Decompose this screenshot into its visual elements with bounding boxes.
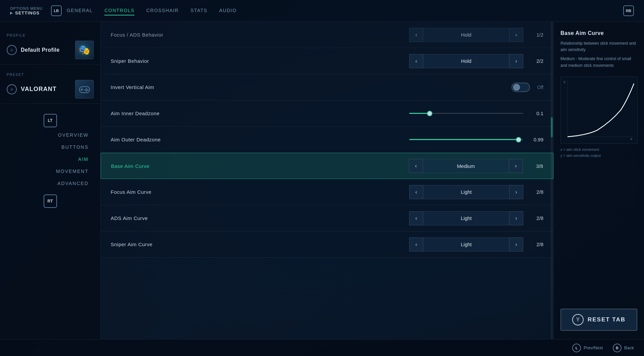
next-btn-base-aim-curve[interactable]: › [509, 159, 523, 173]
prev-btn-base-aim-curve[interactable]: ‹ [409, 159, 423, 173]
profile-section: PROFILE ◎ Default Profile 🎭 [0, 29, 100, 64]
sidebar-item-overview[interactable]: OVERVIEW [7, 129, 94, 141]
tab-audio[interactable]: AUDIO [219, 6, 236, 15]
axis-desc: x = aim stick movement y = aim sensitivi… [560, 146, 637, 159]
setting-value-aim-inner: 0.1 [523, 110, 543, 116]
profile-section-label: PROFILE [7, 34, 94, 37]
toggle-value-invert: Off [537, 85, 543, 90]
prev-btn-sniper-behavior[interactable]: ‹ [409, 54, 423, 68]
setting-row-focus-ads: Focus / ADS Behavior ‹ Hold › 1/2 [101, 22, 553, 48]
sidebar-item-advanced[interactable]: ADVANCED [7, 177, 94, 189]
setting-fraction-sniper-aim-curve: 2/8 [523, 241, 543, 247]
prev-btn-focus-aim-curve[interactable]: ‹ [409, 185, 423, 199]
setting-fraction-base-aim-curve: 3/8 [523, 163, 543, 169]
control-value-focus-ads: Hold [423, 28, 509, 42]
slider-thumb-aim-outer[interactable] [516, 137, 521, 142]
next-btn-focus-ads[interactable]: › [509, 28, 523, 42]
next-btn-ads-aim-curve[interactable]: › [509, 211, 523, 225]
setting-control-ads-aim-curve: ‹ Light › [409, 211, 523, 225]
tab-controls[interactable]: CONTROLS [104, 6, 135, 15]
control-value-sniper-behavior: Hold [423, 54, 509, 68]
tab-stats[interactable]: STATS [191, 6, 208, 15]
back-label: Back [624, 345, 634, 350]
slider-aim-inner[interactable] [409, 113, 523, 114]
sidebar-item-movement[interactable]: MOVEMENT [7, 165, 94, 177]
tab-crosshair[interactable]: CROSSHAIR [146, 6, 179, 15]
setting-label-aim-inner: Aim Inner Deadzone [111, 110, 409, 116]
slider-thumb-aim-inner[interactable] [427, 111, 432, 116]
svg-point-2 [87, 89, 89, 91]
settings-area: Focus / ADS Behavior ‹ Hold › 1/2 Sniper… [101, 22, 553, 339]
lt-button[interactable]: LT [44, 114, 57, 127]
setting-label-base-aim-curve: Base Aim Curve [111, 163, 409, 169]
setting-row-sniper-aim-curve: Sniper Aim Curve ‹ Light › 2/8 [101, 231, 553, 258]
prev-btn-focus-ads[interactable]: ‹ [409, 28, 423, 42]
slider-track-aim-outer [409, 139, 523, 140]
control-value-focus-aim-curve: Light [423, 185, 509, 199]
sidebar: PROFILE ◎ Default Profile 🎭 PRESET ◎ VAL… [0, 22, 101, 339]
lb-button[interactable]: LB [51, 5, 62, 16]
l-circle-btn: L [572, 344, 581, 352]
top-nav: OPTIONS MENU ▶ SETTINGS LB GENERAL CONTR… [0, 0, 644, 22]
setting-fraction-ads-aim-curve: 2/8 [523, 215, 543, 221]
control-value-ads-aim-curve: Light [423, 211, 509, 225]
control-value-base-aim-curve: Medium [423, 159, 509, 173]
reset-tab-button[interactable]: Y RESET TAB [560, 309, 637, 331]
setting-label-focus-aim-curve: Focus Aim Curve [111, 189, 409, 195]
prev-btn-sniper-aim-curve[interactable]: ‹ [409, 237, 423, 252]
avatar-icon: 🎭 [78, 44, 90, 55]
setting-control-focus-aim-curve: ‹ Light › [409, 185, 523, 199]
preset-icon: ◎ [7, 84, 17, 94]
setting-control-sniper-aim-curve: ‹ Light › [409, 237, 523, 252]
setting-row-aim-inner: Aim Inner Deadzone 0.1 [101, 100, 553, 127]
axis-desc-x: x = aim stick movement [560, 146, 637, 153]
prev-next-btn[interactable]: L Prev/Next [572, 344, 603, 352]
axis-x-label: x [631, 137, 633, 141]
arrow-icon: ▶ [10, 11, 13, 15]
next-btn-focus-aim-curve[interactable]: › [509, 185, 523, 199]
setting-label-sniper-aim-curve: Sniper Aim Curve [111, 241, 409, 247]
tab-general[interactable]: GENERAL [67, 6, 93, 15]
preset-item: ◎ VALORANT [7, 80, 94, 98]
rb-button[interactable]: RB [623, 5, 634, 16]
back-btn[interactable]: B Back [613, 344, 634, 352]
prev-next-label: Prev/Next [584, 345, 603, 350]
setting-row-focus-aim-curve: Focus Aim Curve ‹ Light › 2/8 [101, 179, 553, 205]
setting-label-sniper-behavior: Sniper Behavior [111, 58, 409, 64]
setting-control-focus-ads: ‹ Hold › [409, 28, 523, 42]
panel-title: Base Aim Curve [560, 30, 637, 36]
curve-chart: y x x = aim stick movement y = aim sensi… [560, 77, 637, 304]
preset-avatar [75, 80, 94, 98]
b-circle-btn: B [613, 344, 622, 352]
sidebar-item-buttons[interactable]: BUTTONS [7, 141, 94, 153]
setting-fraction-sniper-behavior: 2/2 [523, 58, 543, 64]
profile-icon: ◎ [7, 45, 17, 55]
sidebar-item-aim[interactable]: AIM [7, 153, 94, 165]
setting-row-invert-vertical: Invert Vertical Aim Off [101, 74, 553, 100]
nav-tabs: GENERAL CONTROLS CROSSHAIR STATS AUDIO [67, 6, 623, 15]
next-btn-sniper-aim-curve[interactable]: › [509, 237, 523, 252]
axis-y-label: y [564, 80, 566, 84]
preset-name: VALORANT [21, 86, 57, 93]
setting-fraction-focus-aim-curve: 2/8 [523, 189, 543, 195]
reset-tab-label: RESET TAB [588, 316, 626, 323]
scrollbar-thumb [551, 117, 553, 137]
panel-desc1: Relationship between stick movement and … [560, 40, 637, 53]
toggle-knob [513, 84, 520, 91]
rt-button[interactable]: RT [44, 194, 57, 208]
toggle-invert-vertical[interactable] [512, 83, 530, 92]
toggle-group: Off [512, 83, 543, 92]
setting-row-ads-aim-curve: ADS Aim Curve ‹ Light › 2/8 [101, 205, 553, 231]
scrollbar [551, 22, 553, 339]
svg-point-1 [86, 88, 87, 90]
prev-btn-ads-aim-curve[interactable]: ‹ [409, 211, 423, 225]
setting-row-aim-outer: Aim Outer Deadzone 0.99 [101, 127, 553, 153]
slider-fill-aim-outer [409, 139, 519, 140]
slider-aim-outer[interactable] [409, 139, 523, 140]
aim-curve-svg [561, 77, 637, 143]
next-btn-sniper-behavior[interactable]: › [509, 54, 523, 68]
setting-label-aim-outer: Aim Outer Deadzone [111, 137, 409, 142]
preset-section-label: PRESET [7, 73, 94, 77]
setting-row-base-aim-curve: Base Aim Curve ‹ Medium › 3/8 [101, 153, 553, 179]
slider-track-aim-inner [409, 113, 523, 114]
